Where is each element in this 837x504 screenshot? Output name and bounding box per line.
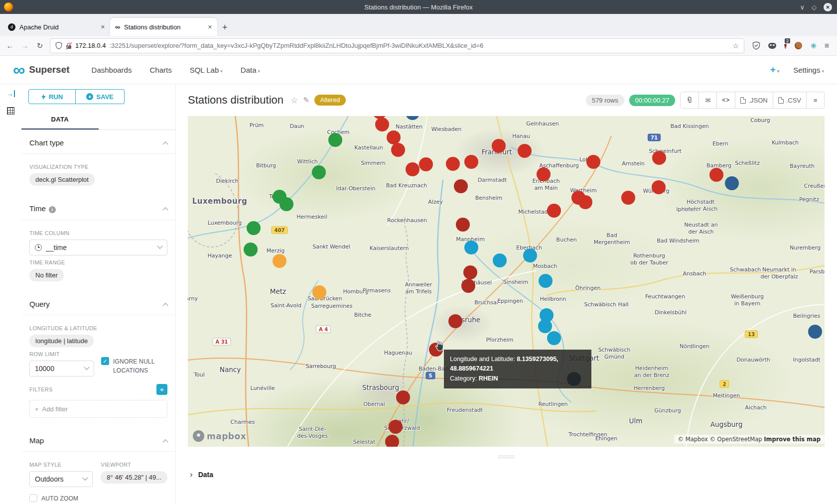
embed-code-button[interactable]: <> <box>716 92 735 108</box>
scatter-point[interactable] <box>387 130 401 144</box>
scatter-point[interactable] <box>539 274 553 288</box>
viz-type-value[interactable]: deck.gl Scatterplot <box>29 173 95 186</box>
scatter-point[interactable] <box>547 204 561 218</box>
scatter-point[interactable] <box>279 197 293 211</box>
scatter-point[interactable] <box>518 144 532 158</box>
scatter-point[interactable] <box>406 162 419 176</box>
extension-star-icon[interactable]: ✳ <box>810 41 817 50</box>
scatter-point[interactable] <box>389 420 403 434</box>
save-button[interactable]: + SAVE <box>76 89 125 104</box>
new-item-button[interactable]: +▾ <box>770 64 780 75</box>
scatter-point[interactable] <box>385 435 399 447</box>
tab-close-icon[interactable]: ✕ <box>208 24 212 30</box>
auto-zoom-checkbox-row[interactable]: AUTO ZOOM <box>29 494 167 503</box>
scatter-point[interactable] <box>391 143 405 157</box>
settings-menu[interactable]: Settings▾ <box>793 66 824 74</box>
nav-item-charts[interactable]: Charts <box>149 66 171 74</box>
window-close-icon[interactable]: ✕ <box>824 3 832 11</box>
scatter-point[interactable] <box>725 176 739 190</box>
scatter-point[interactable] <box>709 168 723 182</box>
bookmark-star-icon[interactable]: ☆ <box>733 42 739 50</box>
reload-button[interactable]: ↻ <box>35 41 45 50</box>
scatter-point[interactable] <box>523 249 537 262</box>
scatter-point[interactable] <box>312 165 326 179</box>
edit-title-icon[interactable]: ✎ <box>303 96 309 105</box>
scatter-point[interactable] <box>247 221 261 235</box>
section-chart-type[interactable]: Chart type <box>21 130 175 154</box>
time-range-value[interactable]: No filter <box>29 269 64 281</box>
tab-apache-druid[interactable]: d Apache Druid ✕ <box>3 18 110 36</box>
shield-check-icon[interactable] <box>752 41 760 50</box>
scatter-point[interactable] <box>446 157 460 171</box>
scatter-point[interactable] <box>537 167 551 181</box>
shield-permissions-icon[interactable] <box>55 42 62 49</box>
tab-data[interactable]: DATA <box>21 111 99 129</box>
improve-map-link[interactable]: Improve this map <box>764 436 821 443</box>
dataset-grid-icon[interactable] <box>7 107 14 115</box>
scatter-point[interactable] <box>652 180 666 194</box>
scatter-point[interactable] <box>463 265 477 279</box>
ublock-icon[interactable]: u 2 <box>784 41 787 50</box>
browser-menu-icon[interactable]: ≡ <box>825 41 829 50</box>
mapbox-logo[interactable]: * mapbox <box>193 430 246 442</box>
section-map[interactable]: Map <box>21 428 175 452</box>
favorite-star-icon[interactable]: ☆ <box>290 95 298 106</box>
export-csv-button[interactable]: .CSV <box>773 92 806 108</box>
window-maximize-icon[interactable]: ◇ <box>812 3 817 11</box>
tab-close-icon[interactable]: ✕ <box>101 24 105 30</box>
time-column-select[interactable]: __time <box>29 240 167 255</box>
scatter-point[interactable] <box>547 331 561 345</box>
insecure-lock-icon[interactable] <box>66 42 72 49</box>
viewport-value[interactable]: 8° 46' 45.28" | 49... <box>101 471 167 484</box>
privacy-mask-icon[interactable] <box>768 43 776 49</box>
nav-item-dashboards[interactable]: Dashboards <box>92 66 132 74</box>
window-minimize-icon[interactable]: ∨ <box>800 3 805 11</box>
scatter-point[interactable] <box>454 179 468 193</box>
scatter-point[interactable] <box>621 191 635 205</box>
scatter-point[interactable] <box>456 218 470 232</box>
nav-item-data[interactable]: Data▾ <box>241 66 260 74</box>
scatter-point[interactable] <box>652 151 666 165</box>
scatter-point[interactable] <box>396 390 410 404</box>
map-canvas[interactable]: Longitude and Latitude: 8.1359273095, 48… <box>188 116 825 447</box>
scatter-point[interactable] <box>419 157 433 171</box>
scatter-point[interactable] <box>273 254 286 268</box>
scatter-point[interactable] <box>312 285 326 299</box>
scatter-point[interactable] <box>328 133 342 147</box>
checkbox-unchecked-icon[interactable] <box>29 494 37 502</box>
new-tab-button[interactable]: + <box>222 22 228 33</box>
run-button[interactable]: RUN <box>28 89 76 104</box>
section-query[interactable]: Query <box>21 291 175 315</box>
scatter-point[interactable] <box>461 279 475 293</box>
scatter-point[interactable] <box>538 319 552 333</box>
ignore-null-checkbox-row[interactable]: ✓ IGNORE NULL LOCATIONS <box>101 357 163 375</box>
nav-item-sql-lab[interactable]: SQL Lab▾ <box>190 66 223 74</box>
superset-brand[interactable]: Superset <box>29 64 69 75</box>
add-filter-plus-button[interactable]: + <box>156 384 167 395</box>
scatter-point[interactable] <box>464 241 478 254</box>
scatter-point[interactable] <box>493 253 507 267</box>
scatter-point[interactable] <box>448 314 462 328</box>
row-limit-select[interactable]: 10000 <box>29 361 94 377</box>
scatter-point[interactable] <box>578 195 592 209</box>
scatter-point[interactable] <box>406 116 419 120</box>
lonlat-value[interactable]: longitude | latitude <box>29 335 94 347</box>
add-filter-input[interactable]: + Add filter <box>29 400 167 418</box>
chart-menu-button[interactable]: ≡ <box>806 92 824 108</box>
superset-logo-icon[interactable]: ∞ <box>13 62 25 77</box>
expand-datasource-icon[interactable]: → <box>6 90 15 97</box>
back-button[interactable]: ← <box>5 41 15 50</box>
section-time[interactable]: Timei <box>21 196 175 220</box>
copy-link-button[interactable] <box>681 92 698 108</box>
cookie-icon[interactable] <box>795 42 802 49</box>
checkbox-checked-icon[interactable]: ✓ <box>101 357 109 365</box>
map-style-select[interactable]: Outdoors <box>29 471 93 487</box>
panel-resize-handle[interactable] <box>498 456 515 458</box>
export-json-button[interactable]: .JSON <box>735 92 772 108</box>
forward-button[interactable]: → <box>20 41 30 50</box>
scatter-point[interactable] <box>808 325 822 339</box>
tab-stations-distribution[interactable]: ∞ Stations distribution ✕ <box>110 18 217 36</box>
scatter-point[interactable] <box>244 243 258 256</box>
email-button[interactable]: ✉ <box>698 92 716 108</box>
scatter-point[interactable] <box>492 139 506 153</box>
